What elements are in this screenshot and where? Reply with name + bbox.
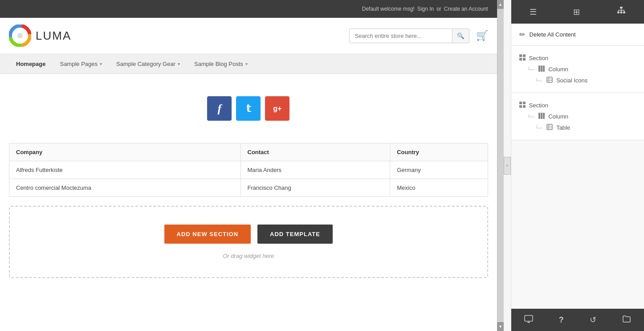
site-header: LUMA 🔍 🛒: [0, 18, 497, 54]
svg-rect-13: [523, 54, 526, 57]
tree-item-section-1[interactable]: Section: [519, 53, 636, 64]
hamburger-icon: ☰: [530, 7, 537, 17]
add-template-button[interactable]: ADD TEMPLATE: [257, 225, 333, 244]
section-grid-icon: [519, 54, 526, 62]
nav-item-sample-pages[interactable]: Sample Pages ▾: [53, 55, 109, 73]
social-icons-tree-icon: [546, 77, 553, 84]
svg-rect-27: [538, 113, 540, 119]
svg-rect-19: [547, 77, 552, 82]
svg-rect-23: [519, 102, 522, 104]
header-right: 🔍 🛒: [349, 29, 488, 43]
nav-item-sample-category-gear[interactable]: Sample Category Gear ▾: [109, 55, 187, 73]
twitter-button[interactable]: 𝕥: [236, 96, 261, 121]
logo-icon: [9, 25, 31, 47]
panel-monitor-button[interactable]: [517, 309, 540, 331]
svg-rect-17: [541, 65, 542, 72]
googleplus-button[interactable]: g+: [265, 96, 289, 121]
column-grid-icon: [538, 65, 545, 73]
tree-item-section-2[interactable]: Section: [519, 100, 636, 111]
tree-section-1: Section └─ Column └─: [511, 46, 644, 93]
panel-top-toolbar: ☰ ⊞: [511, 0, 644, 24]
svg-rect-28: [541, 113, 542, 119]
table-header-company: Company: [9, 143, 241, 161]
chevron-down-icon: ▾: [245, 61, 248, 66]
svg-rect-15: [523, 58, 526, 61]
svg-rect-26: [523, 105, 526, 108]
nav-item-homepage[interactable]: Homepage: [9, 55, 53, 73]
nav-item-sample-blog-posts[interactable]: Sample Blog Posts ▾: [187, 55, 255, 73]
scroll-down-button[interactable]: ▼: [497, 322, 504, 331]
svg-rect-30: [547, 124, 552, 130]
svg-rect-5: [620, 12, 622, 13]
panel-grid-button[interactable]: ⊞: [564, 1, 589, 23]
nav-bar: Homepage Sample Pages ▾ Sample Category …: [0, 54, 497, 74]
cart-icon: 🛒: [476, 30, 488, 41]
cart-button[interactable]: 🛒: [476, 30, 488, 41]
twitter-icon: 𝕥: [246, 103, 251, 114]
section-grid-icon-2: [519, 102, 526, 109]
svg-point-2: [17, 33, 23, 38]
table-cell-company-2: Centro comercial Moctezuma: [9, 179, 241, 197]
create-account-link[interactable]: Create an Account: [444, 6, 488, 12]
table-cell-country-1: Germany: [390, 161, 488, 179]
add-section-area: ADD NEW SECTION ADD TEMPLATE Or drag wid…: [9, 206, 488, 278]
panel-org-button[interactable]: [608, 0, 635, 24]
tree-item-social-icons[interactable]: └─ Social Icons: [535, 75, 636, 86]
table-cell-company-1: Alfreds Futterkiste: [9, 161, 241, 179]
column-grid-icon-2: [538, 113, 545, 120]
table-header-contact: Contact: [240, 143, 390, 161]
panel-collapse-button[interactable]: ›: [504, 157, 511, 175]
folder-icon: [622, 315, 631, 325]
panel-menu-button[interactable]: ☰: [521, 1, 546, 23]
scroll-up-button[interactable]: ▲: [497, 0, 504, 9]
tree-panel: Section └─ Column └─: [511, 46, 644, 309]
chevron-down-icon: ▾: [100, 61, 102, 66]
scrollbar[interactable]: ▲ ▼: [497, 0, 504, 331]
table-tree-icon: [546, 124, 553, 131]
table-header-country: Country: [390, 143, 488, 161]
panel-bottom-toolbar: ? ↺: [511, 309, 644, 331]
monitor-icon: [524, 315, 533, 325]
search-input[interactable]: [350, 29, 452, 43]
add-new-section-button[interactable]: ADD NEW SECTION: [164, 225, 251, 244]
tree-spacer: [511, 140, 644, 176]
svg-rect-24: [523, 102, 526, 104]
svg-rect-29: [543, 113, 545, 119]
sitemap-icon: [617, 6, 626, 17]
facebook-button[interactable]: f: [207, 96, 232, 121]
table-section: Company Contact Country Alfreds Futterki…: [9, 143, 488, 197]
page-content: f 𝕥 g+ Company Contact Country: [0, 74, 497, 331]
table-row: Alfreds Futterkiste Maria Anders Germany: [9, 161, 488, 179]
delete-all-content-row[interactable]: ✏ Delete All Content: [511, 24, 644, 46]
logo-text: LUMA: [36, 29, 71, 43]
logo-area: LUMA: [9, 25, 71, 47]
table-row: Centro comercial Moctezuma Francisco Cha…: [9, 179, 488, 197]
tree-item-table[interactable]: └─ Table: [535, 122, 636, 133]
svg-rect-18: [543, 65, 545, 72]
question-icon: ?: [559, 315, 564, 325]
panel-undo-button[interactable]: ↺: [583, 310, 603, 330]
tree-item-column-2[interactable]: └─ Column: [527, 111, 636, 122]
drag-hint: Or drag widget here: [223, 253, 274, 259]
delete-all-label[interactable]: Delete All Content: [530, 31, 576, 38]
right-panel: ☰ ⊞ ✏ Delete All Con: [511, 0, 644, 331]
search-button[interactable]: 🔍: [452, 29, 469, 43]
chevron-down-icon: ▾: [178, 61, 180, 66]
panel-help-button[interactable]: ?: [552, 310, 571, 330]
svg-rect-25: [519, 105, 522, 108]
tree-item-column-1[interactable]: └─ Column: [527, 64, 636, 75]
welcome-message: Default welcome msg!: [362, 6, 415, 12]
googleplus-icon: g+: [273, 105, 281, 113]
table-header-row: Company Contact Country: [9, 143, 488, 161]
grid-icon: ⊞: [573, 7, 580, 17]
main-area: Default welcome msg! Sign In or Create a…: [0, 0, 497, 331]
svg-rect-16: [538, 65, 540, 72]
svg-rect-14: [519, 58, 522, 61]
add-buttons-group: ADD NEW SECTION ADD TEMPLATE: [164, 225, 333, 244]
top-bar: Default welcome msg! Sign In or Create a…: [0, 0, 497, 18]
table-cell-country-2: Mexico: [390, 179, 488, 197]
svg-rect-34: [525, 315, 533, 321]
signin-link[interactable]: Sign In: [417, 6, 434, 12]
data-table: Company Contact Country Alfreds Futterki…: [9, 143, 488, 197]
panel-folder-button[interactable]: [615, 309, 638, 331]
